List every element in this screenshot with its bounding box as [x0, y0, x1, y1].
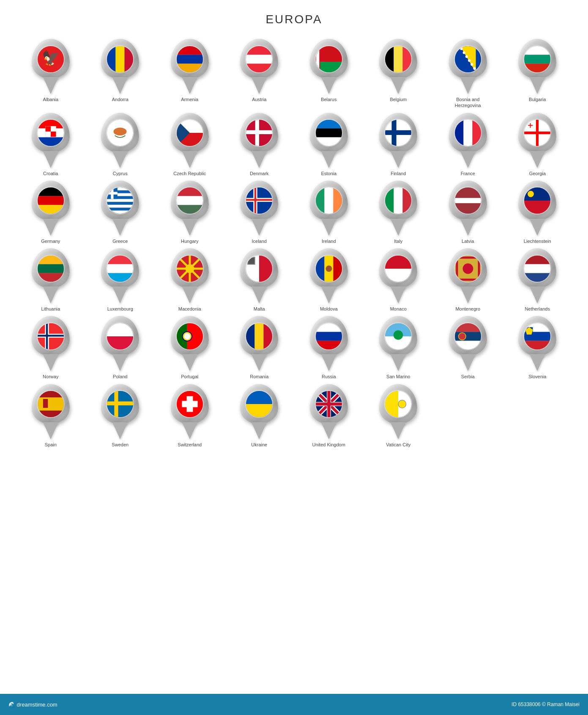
country-item-uk: United Kingdom [295, 384, 363, 448]
flag-circle-albania: 🦅 [38, 46, 64, 72]
pin-body-belarus [310, 39, 348, 79]
svg-point-90 [528, 191, 534, 197]
svg-rect-13 [316, 46, 320, 72]
pin-tail-uk [321, 422, 336, 439]
flag-circle-finland [385, 120, 411, 146]
pin-andorra [99, 39, 141, 94]
pin-poland [99, 316, 141, 371]
country-name-croatia: Croatia [43, 170, 58, 176]
flag-circle-italy [385, 187, 411, 214]
country-name-ireland: Ireland [322, 238, 336, 244]
country-item-switzerland: Switzerland [156, 384, 224, 448]
country-item-serbia: Serbia [434, 316, 502, 380]
pin-body-finland [379, 113, 417, 153]
country-name-serbia: Serbia [461, 374, 475, 380]
flag-circle-lithuania [38, 256, 64, 282]
flag-circle-estonia [316, 120, 342, 146]
country-name-romania: Romania [250, 374, 268, 380]
pin-tail-vatican [391, 422, 406, 439]
svg-rect-3 [116, 46, 125, 72]
pin-body-slovenia [518, 316, 556, 356]
svg-rect-135 [316, 332, 342, 341]
flag-circle-sanmarino [385, 323, 411, 349]
pin-romania [238, 316, 280, 371]
flag-circle-vatican [385, 391, 411, 417]
page-title: EUROPA [0, 0, 588, 35]
pin-tail-belgium [391, 77, 406, 94]
pin-body-estonia [310, 113, 348, 153]
country-name-italy: Italy [394, 238, 402, 244]
svg-rect-33 [45, 126, 50, 132]
pin-body-portugal [171, 316, 209, 356]
svg-rect-71 [107, 192, 118, 195]
pin-uk [308, 384, 350, 439]
pin-luxembourg [99, 248, 141, 303]
flag-circle-russia [316, 323, 342, 349]
flag-circle-portugal [177, 323, 203, 349]
country-item-armenia: Armenia [156, 39, 224, 109]
flag-circle-belarus [316, 46, 342, 72]
flag-circle-bulgaria [524, 46, 550, 72]
svg-point-25 [473, 67, 476, 69]
flag-circle-switzerland [177, 391, 203, 417]
pin-tail-belarus [321, 77, 336, 94]
svg-rect-59 [530, 123, 531, 128]
country-item-romania: Romania [226, 316, 293, 380]
country-name-vatican: Vatican City [386, 442, 410, 448]
svg-rect-95 [107, 264, 133, 273]
pin-body-netherlands [518, 248, 556, 289]
pin-belgium [377, 39, 419, 94]
svg-rect-118 [524, 264, 550, 273]
pin-body-montenegro [449, 248, 487, 289]
country-item-luxembourg: Luxembourg [87, 248, 154, 312]
country-item-russia: Russia [295, 316, 363, 380]
pin-body-ukraine [240, 384, 278, 424]
country-item-georgia: Georgia [504, 113, 572, 176]
flag-circle-andorra [107, 46, 133, 72]
country-name-bosnia: Bosnia and Herzegovina [445, 96, 491, 109]
country-item-bosnia: Bosnia and Herzegovina [434, 39, 502, 109]
pin-bosnia [447, 39, 489, 94]
pin-body-italy [379, 181, 417, 221]
pin-switzerland [169, 384, 211, 439]
country-name-spain: Spain [45, 442, 57, 448]
country-name-poland: Poland [113, 374, 127, 380]
svg-rect-111 [385, 256, 411, 269]
svg-rect-125 [107, 323, 133, 336]
svg-rect-7 [177, 63, 203, 72]
pin-tail-netherlands [530, 286, 545, 303]
svg-point-38 [114, 128, 127, 136]
svg-rect-31 [38, 138, 64, 146]
svg-point-21 [462, 51, 465, 54]
pin-tail-luxembourg [112, 286, 128, 303]
flag-circle-macedonia [177, 256, 203, 282]
country-item-norway: Norway [17, 316, 85, 380]
flag-circle-moldova [316, 256, 342, 282]
svg-rect-8 [246, 46, 272, 55]
pin-cyprus [99, 113, 141, 168]
pin-body-moldova [310, 248, 348, 289]
country-name-luxembourg: Luxembourg [107, 306, 133, 312]
country-name-albania: Albania [43, 96, 58, 102]
pin-body-albania: 🦅 [32, 39, 70, 79]
svg-rect-132 [255, 323, 264, 349]
svg-rect-68 [107, 211, 133, 214]
pin-body-spain [32, 384, 70, 424]
country-name-latvia: Latvia [462, 238, 474, 244]
pin-tail-lithuania [43, 286, 58, 303]
pin-body-hungary [171, 181, 209, 221]
country-item-poland: Poland [87, 316, 154, 380]
country-name-russia: Russia [322, 374, 336, 380]
country-item-cyprus: Cyprus [87, 113, 154, 176]
pin-tail-andorra [112, 77, 128, 94]
pin-body-norway [32, 316, 70, 356]
flag-circle-croatia [38, 120, 64, 146]
country-name-hungary: Hungary [181, 238, 199, 244]
svg-rect-94 [107, 256, 133, 264]
country-item-denmark: Denmark [226, 113, 293, 176]
pin-hungary [169, 181, 211, 236]
country-item-hungary: Hungary [156, 181, 224, 244]
pin-tail-macedonia [182, 286, 197, 303]
country-name-moldova: Moldova [320, 306, 338, 312]
pin-tail-portugal [182, 354, 197, 371]
